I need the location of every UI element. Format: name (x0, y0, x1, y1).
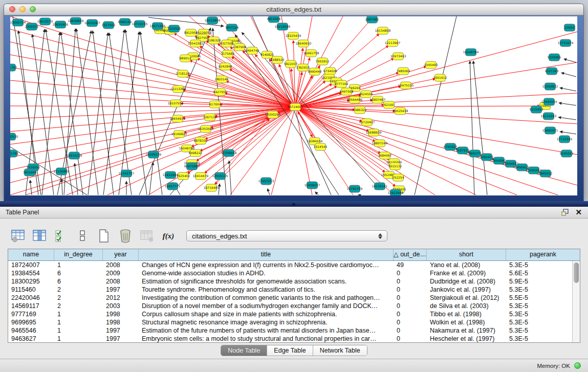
citation-node-teal[interactable]: 16915228 (67, 152, 82, 159)
citation-node-yellow[interactable]: 9242848 (219, 63, 232, 70)
citation-node-yellow[interactable]: 8186328 (207, 37, 221, 44)
citation-node-teal[interactable]: 17359928 (221, 149, 237, 157)
citation-node-yellow[interactable]: 19716485 (204, 184, 220, 191)
citation-node-yellow[interactable]: 18640910 (296, 40, 312, 47)
citation-node-yellow[interactable]: 2367608 (233, 43, 247, 51)
table-row[interactable]: 946554611997Estimation of the future num… (8, 326, 580, 335)
citation-node-teal[interactable]: 2051707 (10, 64, 17, 71)
column-header-0[interactable]: name (8, 249, 54, 260)
table-row[interactable]: 911546021997Tourette syndrome. Phenomeno… (8, 286, 580, 294)
citation-node-teal[interactable]: 20613170 (37, 18, 53, 25)
citation-node-yellow[interactable]: 18107554 (168, 100, 184, 107)
select-columns-icon[interactable] (32, 228, 47, 244)
citation-node-teal[interactable]: 15953 (564, 24, 575, 31)
table-row[interactable]: 1938455462009Genome-wide association stu… (8, 269, 580, 277)
citation-node-teal[interactable]: 16782759 (347, 185, 363, 192)
citation-node-yellow[interactable]: 15353584 (198, 125, 214, 133)
memory-indicator[interactable] (574, 362, 581, 369)
citation-node-teal[interactable]: 8466160 (118, 18, 132, 26)
column-header-1[interactable]: in_degree (54, 249, 103, 260)
close-window-button[interactable] (9, 6, 15, 12)
citation-node-teal[interactable]: 20691406 (53, 21, 69, 28)
citation-node-yellow[interactable]: 10807467 (370, 96, 386, 103)
float-panel-icon[interactable] (561, 209, 569, 216)
citation-node-yellow[interactable]: 7625402 (177, 172, 190, 180)
citation-node-yellow[interactable]: 8498222 (189, 149, 203, 157)
table-vertical-scrollbar[interactable] (572, 261, 580, 342)
citation-node-teal[interactable]: 7857224 (225, 24, 239, 31)
citation-node-teal[interactable]: 9245012 (560, 150, 574, 157)
merge-rows-icon[interactable] (75, 228, 90, 244)
citation-node-teal[interactable]: 3915943 (23, 169, 37, 176)
citation-node-teal[interactable]: 15751074 (558, 39, 574, 47)
citation-node-yellow[interactable]: 1588520 (271, 56, 285, 63)
citation-node-teal[interactable]: 9845012 (539, 170, 553, 177)
table-row[interactable]: 946362711997Embryonic stem cells: a mode… (8, 335, 580, 342)
citation-node-teal[interactable]: 7515526 (167, 25, 181, 32)
citation-node-yellow[interactable]: 1615132 (388, 163, 402, 170)
citation-node-yellow[interactable]: 9327508 (220, 40, 234, 47)
function-builder-icon[interactable]: f(x) (161, 228, 176, 244)
tab-edge-table[interactable]: Edge Table (267, 345, 313, 356)
column-header-5[interactable]: short (427, 249, 506, 260)
citation-node-teal[interactable]: 10719155 (132, 20, 148, 28)
citation-node-yellow[interactable]: 18807249 (372, 140, 388, 147)
table-row[interactable]: 1830029562008Estimation of significance … (8, 277, 580, 286)
citation-node-yellow[interactable]: 8427552 (213, 89, 227, 96)
citation-node-yellow[interactable]: 9146821 (260, 51, 274, 58)
citation-node-yellow[interactable]: 989012 (180, 55, 191, 62)
table-row[interactable]: 2242004622012Investigating the contribut… (8, 294, 580, 302)
citation-node-yellow[interactable]: 10543382 (188, 40, 204, 47)
citation-node-teal[interactable]: 1527602 (102, 21, 116, 29)
citation-node-teal[interactable]: 19218596 (275, 23, 291, 30)
citation-node-teal[interactable]: 15692931 (542, 127, 558, 134)
citation-node-teal[interactable]: 17957253 (258, 178, 274, 185)
citation-node-yellow[interactable]: 3175685 (221, 50, 235, 57)
citation-node-yellow[interactable]: 917004 (209, 101, 221, 108)
citation-node-teal[interactable]: 10655287 (84, 19, 100, 27)
citation-node-teal[interactable]: 16648784 (463, 49, 479, 56)
scrollbar-thumb[interactable] (574, 262, 579, 283)
create-table-icon[interactable] (96, 228, 112, 244)
citation-node-teal[interactable]: 90975887 (184, 163, 200, 170)
citation-node-teal[interactable]: 16033809 (205, 17, 221, 24)
citation-node-teal[interactable]: 23055724 (10, 19, 26, 26)
citation-node-yellow[interactable]: 15720407 (359, 119, 375, 126)
citation-node-yellow[interactable]: 16961758 (303, 50, 319, 57)
citation-node-yellow[interactable]: 3684067 (378, 152, 392, 159)
select-rows-icon[interactable] (53, 228, 69, 244)
window-titlebar[interactable]: citations_edges.txt (4, 4, 583, 15)
citation-node-yellow[interactable]: 6497568 (340, 88, 354, 95)
panel-divider[interactable] (0, 201, 588, 207)
citation-node-yellow[interactable]: 7485063 (397, 68, 410, 75)
citation-node-teal[interactable]: 17710345 (557, 136, 573, 143)
citation-node-teal[interactable]: 8215953 (530, 106, 543, 113)
citation-node-teal[interactable]: 11156869 (54, 168, 70, 175)
citation-node-yellow[interactable]: 62160 (384, 101, 395, 108)
delete-table-icon[interactable] (118, 228, 133, 244)
citation-node-teal[interactable]: 16957771 (165, 183, 181, 190)
citation-node-yellow[interactable]: 1514545 (314, 143, 328, 150)
close-panel-icon[interactable]: ✕ (575, 209, 582, 216)
citation-node-teal[interactable]: 2305572 (25, 23, 39, 30)
citation-node-yellow[interactable]: 252254 (393, 174, 404, 181)
citation-node-yellow[interactable]: 19654935 (170, 115, 186, 122)
citation-node-teal[interactable]: 9197919 (456, 147, 470, 154)
citation-node-yellow[interactable]: 3624554 (359, 91, 373, 98)
citation-node-yellow[interactable]: 7955812 (316, 58, 330, 65)
citation-node-yellow[interactable]: 18325419 (286, 32, 301, 39)
network-canvas[interactable]: 1872400718300295193845541514545766382286… (10, 16, 577, 195)
citation-node-teal[interactable]: 12093832 (542, 83, 558, 90)
tab-network-table[interactable]: Network Table (313, 345, 367, 356)
citation-node-yellow[interactable]: 7986322 (353, 106, 367, 114)
citation-node-teal[interactable]: 6791927 (444, 143, 458, 150)
citation-node-yellow[interactable]: 5822037 (284, 60, 298, 68)
citation-node-yellow[interactable]: 15975105 (398, 82, 414, 89)
citation-node-yellow[interactable]: 8990448 (308, 68, 322, 75)
citation-node-yellow[interactable]: 1651612 (433, 74, 447, 81)
table-row[interactable]: 969969511998Structural magnetic resonanc… (8, 318, 580, 326)
citation-node-yellow[interactable]: 3267130 (203, 114, 217, 121)
column-header-3[interactable]: title (139, 249, 394, 260)
minimize-window-button[interactable] (19, 6, 26, 12)
table-row[interactable]: 977716911998Corpus callosum shape and si… (8, 310, 580, 318)
